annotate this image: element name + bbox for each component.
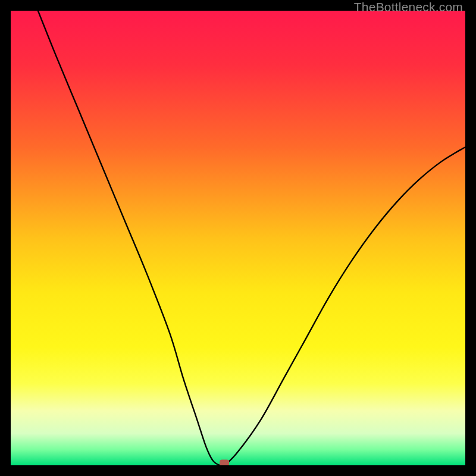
bottleneck-chart: [11, 11, 465, 465]
watermark-text: TheBottleneck.com: [354, 0, 463, 14]
chart-frame: [11, 11, 465, 465]
optimal-marker: [220, 459, 229, 465]
gradient-background: [11, 11, 465, 465]
